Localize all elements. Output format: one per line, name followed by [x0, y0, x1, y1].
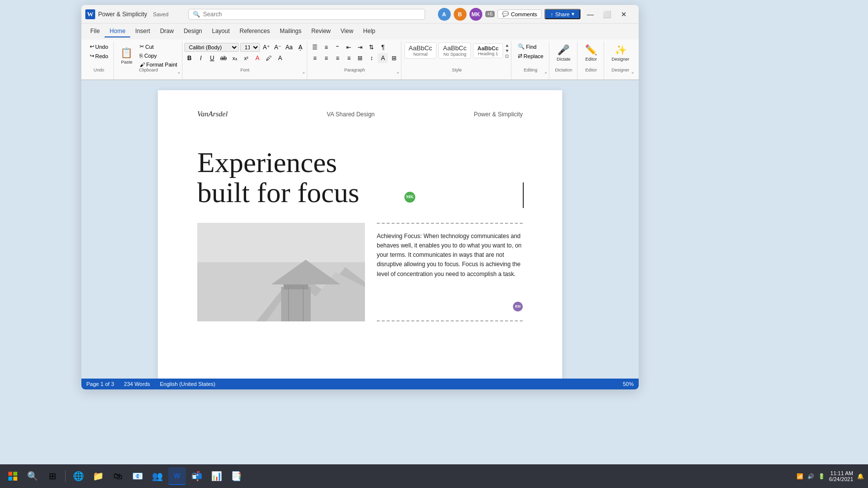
- powerpoint-button[interactable]: 📑: [227, 467, 245, 485]
- outlook-button[interactable]: 📬: [188, 467, 206, 485]
- ribbon-group-font: Calibri (Body) 11 A⁺ A⁻ Aa A̦ B I U: [183, 41, 307, 79]
- shading-button[interactable]: A: [378, 53, 388, 63]
- network-icon: 📶: [796, 473, 803, 480]
- line-spacing-button[interactable]: ↕: [366, 53, 376, 63]
- tab-mailings[interactable]: Mailings: [275, 26, 306, 37]
- find-button[interactable]: 🔍 Find: [516, 42, 545, 51]
- doc-text-box[interactable]: Achieving Focus: When technology communi…: [377, 223, 523, 321]
- bullets-button[interactable]: ☰: [310, 42, 320, 52]
- column-layout-button[interactable]: ⊞: [355, 53, 365, 63]
- justify-button[interactable]: ≡: [344, 53, 354, 63]
- doc-main-heading[interactable]: Experiences built for focus MK: [197, 148, 523, 208]
- numbering-button[interactable]: ≡: [321, 42, 331, 52]
- font-row-1: Calibri (Body) 11 A⁺ A⁻ Aa A̦: [184, 42, 305, 52]
- paste-button[interactable]: 📋 Paste: [117, 42, 136, 69]
- tab-insert[interactable]: Insert: [130, 26, 155, 37]
- paste-icon: 📋: [120, 47, 133, 59]
- document-title: Power & Simplicity: [98, 11, 147, 18]
- teams-button[interactable]: 👥: [148, 467, 166, 485]
- svg-rect-10: [13, 472, 17, 476]
- dictate-button[interactable]: 🎤 Dictate: [554, 42, 574, 63]
- clear-formatting-button[interactable]: A̦: [295, 42, 305, 52]
- doc-content-row: Achieving Focus: When technology communi…: [197, 223, 523, 321]
- change-case-button[interactable]: Aa: [284, 42, 294, 52]
- designer-expand-icon[interactable]: ⌄: [631, 70, 635, 74]
- taskbar-date: 6/24/2021: [829, 476, 853, 482]
- tab-view[interactable]: View: [336, 26, 359, 37]
- mail-button[interactable]: 📧: [129, 467, 146, 485]
- cut-button[interactable]: ✂ Cut: [138, 42, 179, 51]
- italic-button[interactable]: I: [196, 53, 206, 63]
- ribbon-group-designer: ✨ Designer Designer ⌄: [605, 41, 636, 79]
- style-gallery-arrow[interactable]: ▲ ▼ ⊡: [505, 43, 509, 59]
- strikethrough-button[interactable]: ab: [218, 53, 228, 63]
- replace-button[interactable]: ⇄ Replace: [516, 52, 545, 60]
- store-button[interactable]: 🛍: [109, 467, 127, 485]
- tab-references[interactable]: References: [235, 26, 275, 37]
- font-size-decrease-button[interactable]: A⁻: [273, 42, 283, 52]
- tab-draw[interactable]: Draw: [155, 26, 179, 37]
- font-family-select[interactable]: Calibri (Body): [184, 43, 239, 52]
- start-button[interactable]: [4, 467, 22, 485]
- bold-button[interactable]: B: [184, 53, 194, 63]
- search-bar[interactable]: 🔍: [188, 9, 425, 20]
- style-no-spacing[interactable]: AaBbCc No Spacing: [438, 42, 471, 59]
- clipboard-expand-icon[interactable]: ⌄: [177, 70, 181, 74]
- align-right-button[interactable]: ≡: [332, 53, 342, 63]
- font-size-select[interactable]: 11: [240, 43, 260, 52]
- document-page[interactable]: VanArsdel VA Shared Design Power & Simpl…: [158, 90, 562, 379]
- paragraph-expand-icon[interactable]: ⌄: [396, 70, 400, 74]
- designer-button[interactable]: ✨ Designer: [609, 42, 632, 63]
- highlight-button[interactable]: 🖊: [264, 53, 274, 63]
- find-icon: 🔍: [518, 43, 525, 50]
- restore-button[interactable]: ⬜: [600, 7, 614, 21]
- text-cursor: [523, 182, 524, 208]
- tab-help[interactable]: Help: [358, 26, 380, 37]
- copy-button[interactable]: ⎘ Copy: [138, 52, 179, 60]
- edge-taskbar-button[interactable]: 🌐: [70, 467, 87, 485]
- borders-button[interactable]: ⊞: [389, 53, 399, 63]
- comments-icon: 💬: [502, 11, 509, 17]
- document-area[interactable]: VanArsdel VA Shared Design Power & Simpl…: [81, 80, 639, 379]
- tab-file[interactable]: File: [85, 26, 105, 37]
- excel-button[interactable]: 📊: [208, 467, 225, 485]
- align-center-button[interactable]: ≡: [321, 53, 331, 63]
- minimize-button[interactable]: —: [583, 7, 597, 21]
- text-effect-button[interactable]: A: [275, 53, 285, 63]
- editing-expand-icon[interactable]: ⌄: [544, 70, 548, 74]
- taskbar-clock[interactable]: 11:11 AM 6/24/2021: [829, 470, 853, 482]
- copy-icon: ⎘: [140, 53, 143, 59]
- align-left-button[interactable]: ≡: [310, 53, 320, 63]
- underline-button[interactable]: U: [207, 53, 217, 63]
- font-color-button[interactable]: A: [253, 53, 262, 63]
- superscript-button[interactable]: x²: [241, 53, 251, 63]
- sort-button[interactable]: ⇅: [366, 42, 376, 52]
- redo-button[interactable]: ↪ Redo: [88, 52, 110, 60]
- undo-button[interactable]: ↩ Undo: [88, 42, 110, 51]
- close-button[interactable]: ✕: [617, 7, 631, 21]
- word-taskbar-button[interactable]: W: [168, 467, 186, 485]
- editor-button[interactable]: ✏️ Editor: [582, 42, 600, 63]
- subscript-button[interactable]: x₂: [230, 53, 240, 63]
- show-hide-button[interactable]: ¶: [378, 42, 388, 52]
- tab-review[interactable]: Review: [306, 26, 335, 37]
- style-heading1[interactable]: AaBbCc Heading 1: [473, 43, 503, 58]
- increase-indent-button[interactable]: ⇥: [355, 42, 365, 52]
- title-bar: W Power & Simplicity Saved 🔍 A B MK +6 💬…: [81, 5, 639, 24]
- tab-layout[interactable]: Layout: [207, 26, 235, 37]
- search-icon: 🔍: [193, 11, 200, 18]
- search-taskbar-button[interactable]: 🔍: [24, 467, 41, 485]
- file-explorer-button[interactable]: 📁: [89, 467, 107, 485]
- style-normal[interactable]: AaBbCc Normal: [404, 42, 437, 59]
- search-input[interactable]: [203, 11, 421, 18]
- task-view-button[interactable]: ⊞: [43, 467, 61, 485]
- notification-icon[interactable]: 🔔: [857, 473, 864, 480]
- font-size-increase-button[interactable]: A⁺: [261, 42, 271, 52]
- share-button[interactable]: ↑ Share ▾: [544, 9, 580, 19]
- decrease-indent-button[interactable]: ⇤: [344, 42, 354, 52]
- tab-design[interactable]: Design: [179, 26, 207, 37]
- font-expand-icon[interactable]: ⌄: [302, 70, 306, 74]
- comments-button[interactable]: 💬 Comments: [498, 9, 542, 19]
- tab-home[interactable]: Home: [105, 26, 130, 37]
- multilevel-list-button[interactable]: ⁼: [332, 42, 342, 52]
